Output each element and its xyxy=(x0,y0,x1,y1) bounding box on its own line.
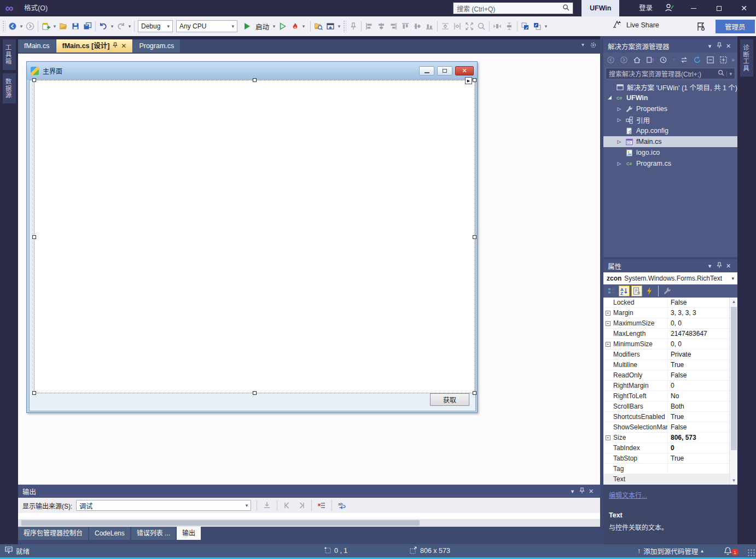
output-source-dropdown[interactable]: 调试▾ xyxy=(76,500,251,511)
add-to-source-control-button[interactable]: ↑ 添加到源代码管理 ▴ xyxy=(637,544,703,557)
p-bolt-icon[interactable] xyxy=(644,286,655,296)
out-prev-icon[interactable] xyxy=(281,499,293,512)
tree-item-App.config[interactable]: App.config xyxy=(603,125,737,136)
property-row-MinimumSize[interactable]: +MinimumSize0, 0 xyxy=(603,339,737,350)
scrollbar-thumb[interactable] xyxy=(21,520,420,526)
find-in-files-icon[interactable] xyxy=(312,20,324,33)
form-client-area[interactable]: ▶ 获取 xyxy=(29,80,476,411)
property-value[interactable]: True xyxy=(668,361,737,369)
feedback-icon[interactable] xyxy=(4,546,13,556)
property-row-ShowSelectionMargin[interactable]: ShowSelectionMarginFalse xyxy=(603,422,737,433)
p-props-icon[interactable] xyxy=(631,286,642,296)
scroll-down-icon[interactable]: ▼ xyxy=(730,476,737,485)
hot-reload-dropdown-icon[interactable]: ▾ xyxy=(301,24,306,29)
panel-chevron-icon[interactable]: ▾ xyxy=(705,43,714,50)
menu-item-6[interactable]: 格式(O) xyxy=(19,0,54,16)
tab-pin-icon[interactable] xyxy=(113,39,118,53)
redo-icon[interactable] xyxy=(115,20,127,33)
dropdown-chevron-icon[interactable]: ▾ xyxy=(52,24,57,29)
live-share-button[interactable]: Live Share xyxy=(613,20,659,30)
new-project-icon[interactable] xyxy=(40,20,52,33)
toolbar-grip[interactable] xyxy=(343,20,346,32)
same-height-icon[interactable] xyxy=(451,20,463,33)
user-profile-icon[interactable] xyxy=(664,3,675,14)
panel-pin-icon[interactable] xyxy=(714,262,724,270)
tree-item-Properties[interactable]: ▷Properties xyxy=(603,103,737,114)
back-icon[interactable] xyxy=(7,20,19,33)
panel-pin-icon[interactable] xyxy=(577,487,586,495)
property-value[interactable]: 2147483647 xyxy=(668,330,737,337)
panel-chevron-icon[interactable]: ▾ xyxy=(568,488,577,495)
space-down-icon[interactable] xyxy=(503,20,515,33)
property-value[interactable]: 3, 3, 3, 3 xyxy=(668,309,737,317)
start-dropdown-icon[interactable]: ▾ xyxy=(271,24,277,29)
tree-item-fMain.cs[interactable]: ▷fMain.cs xyxy=(603,136,737,147)
tree-item-UFWin[interactable]: C#UFWin xyxy=(603,92,737,103)
bottom-tab-0[interactable]: 程序包管理器控制台 xyxy=(18,527,88,540)
property-value[interactable]: 806, 573 xyxy=(668,434,737,441)
tree-expander-icon[interactable]: ▷ xyxy=(617,106,622,112)
align-top-icon[interactable] xyxy=(399,20,411,33)
start-without-debugging-icon[interactable] xyxy=(277,20,289,33)
se-back-icon[interactable] xyxy=(606,53,616,66)
dropdown-chevron-icon[interactable]: ▾ xyxy=(336,24,342,29)
bottom-tab-2[interactable]: 错误列表 ... xyxy=(131,527,176,540)
panel-pin-icon[interactable] xyxy=(714,42,724,50)
p-cat-icon[interactable] xyxy=(606,286,617,296)
solution-configuration-dropdown[interactable]: Debug▾ xyxy=(138,20,173,32)
dropdown-chevron-icon[interactable]: ▾ xyxy=(672,57,676,62)
designed-form-window[interactable]: 主界面 ✕ ▶ 获取 xyxy=(26,61,478,413)
out-next-icon[interactable] xyxy=(295,499,307,512)
bottom-tab-1[interactable]: CodeLens xyxy=(89,527,130,540)
document-options-gear-icon[interactable] xyxy=(590,42,597,50)
output-horizontal-scrollbar[interactable] xyxy=(18,519,600,527)
panel-close-icon[interactable]: ✕ xyxy=(724,263,733,270)
tree-expander-icon[interactable]: ▷ xyxy=(617,161,622,166)
se-sync-icon[interactable] xyxy=(679,53,689,66)
tree-item--[interactable]: ▷引用 xyxy=(603,114,737,125)
scrollbar-thumb[interactable] xyxy=(731,307,737,450)
se-clock-icon[interactable] xyxy=(659,53,668,66)
se-collapse-icon[interactable] xyxy=(706,53,716,66)
property-row-RightMargin[interactable]: RightMargin0 xyxy=(603,381,737,391)
save-icon[interactable] xyxy=(69,20,82,33)
document-tab-0[interactable]: fMain.cs xyxy=(18,39,56,53)
open-file-icon[interactable] xyxy=(57,20,69,33)
property-expand-icon[interactable]: + xyxy=(603,321,612,326)
bring-front-icon[interactable] xyxy=(519,20,531,33)
tree-item-Program.cs[interactable]: ▷C#Program.cs xyxy=(603,158,737,169)
panel-close-icon[interactable]: ✕ xyxy=(724,43,733,50)
window-maximize-button[interactable] xyxy=(708,0,730,16)
selection-handle-middle-right[interactable] xyxy=(473,235,476,239)
dropdown-chevron-icon[interactable]: ▾ xyxy=(109,24,115,29)
richtextbox-control-selected[interactable]: ▶ xyxy=(34,80,475,393)
property-row-Margin[interactable]: +Margin3, 3, 3, 3 xyxy=(603,308,737,318)
left-rail-tab-1[interactable]: 数据源 xyxy=(3,73,16,104)
property-value[interactable]: 0, 0 xyxy=(668,319,737,327)
property-value[interactable]: 0 xyxy=(668,444,737,452)
bottom-tab-3[interactable]: 输出 xyxy=(177,527,201,540)
property-row-TabStop[interactable]: TabStopTrue xyxy=(603,453,737,464)
align-bottom-icon[interactable] xyxy=(423,20,435,33)
dropdown-chevron-icon[interactable]: ▾ xyxy=(543,24,549,29)
solution-platform-dropdown[interactable]: Any CPU▾ xyxy=(176,20,237,32)
start-debugging-button[interactable]: 启动 xyxy=(255,21,269,32)
window-home-icon[interactable] xyxy=(324,20,336,33)
property-value[interactable]: True xyxy=(668,455,737,462)
align-center-icon[interactable] xyxy=(375,20,387,33)
align-left-icon[interactable] xyxy=(363,20,375,33)
property-value[interactable]: 0 xyxy=(668,382,737,389)
window-minimize-button[interactable] xyxy=(683,0,705,16)
send-back-icon[interactable] xyxy=(531,20,543,33)
out-wrap-icon[interactable]: ab xyxy=(336,499,348,512)
property-value[interactable]: False xyxy=(668,371,737,379)
same-width-icon[interactable] xyxy=(439,20,451,33)
tab-close-icon[interactable]: ✕ xyxy=(121,39,126,53)
space-across-icon[interactable] xyxy=(491,20,503,33)
property-value[interactable]: False xyxy=(668,299,737,306)
quick-search-input[interactable]: 搜索 (Ctrl+Q) xyxy=(453,2,573,14)
undo-icon[interactable] xyxy=(97,20,109,33)
selection-handle-top-right[interactable] xyxy=(473,78,476,82)
search-options-chevron-icon[interactable]: ▾ xyxy=(726,71,732,77)
panel-chevron-icon[interactable]: ▾ xyxy=(705,263,714,270)
